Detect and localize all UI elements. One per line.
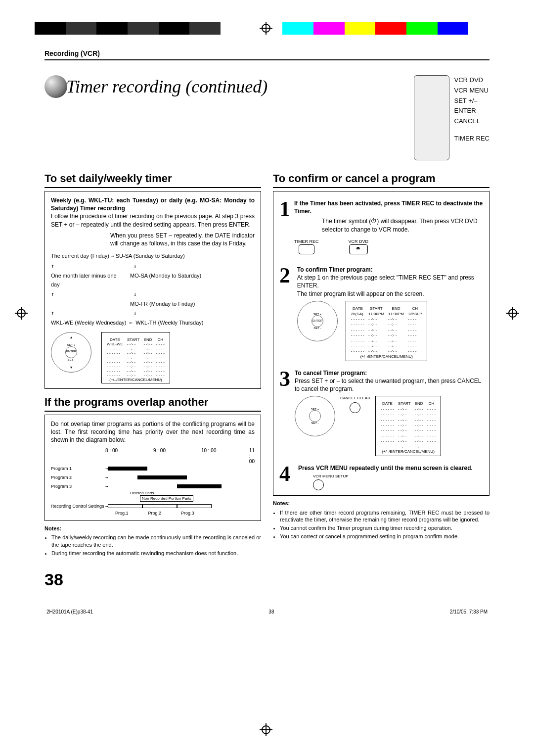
footer-left: 2H20101A (E)p38-41 <box>46 609 93 614</box>
confirm-box: 1 If the Timer has been activated, press… <box>273 191 490 496</box>
table-footer: (+/–/ENTER/CANCEL/MENU) <box>379 449 438 455</box>
print-footer: 2H20101A (E)p38-41 38 2/10/05, 7:33 PM <box>44 609 490 614</box>
dpad-icon: ▲ SET + ENTER SET - ▼ <box>51 332 91 373</box>
flow-wkl-th: WKL-TH (Weekly Thursday) <box>135 320 203 326</box>
section-heading: To set daily/weekly timer <box>44 172 261 185</box>
page-title: Timer recording (continued) <box>66 76 267 97</box>
registration-mark-right <box>506 307 519 320</box>
notes-label: Notes: <box>273 500 490 507</box>
set-timer-box: Weekly (e.g. WKL-TU: each Tuesday) or da… <box>44 191 261 389</box>
note-item: The daily/weekly recording can be made c… <box>51 534 261 548</box>
remote-label: CANCEL <box>454 116 490 127</box>
flow-su-sa: SU-SA (Sunday to Saturday) <box>116 253 185 259</box>
notes-label: Notes: <box>44 525 261 532</box>
button-icon <box>299 244 314 254</box>
intro-body: Follow the procedure of timer recording … <box>51 212 255 228</box>
step2-body: At step 1 on the previous page select "T… <box>297 274 474 289</box>
table-footer: (+/–/ENTER/CANCEL/MENU) <box>349 354 424 360</box>
step4-heading: Press VCR MENU repeatedly until the menu… <box>298 465 473 472</box>
dpad-icon: SET + ENTER SET - <box>297 301 338 341</box>
flow-mo-sa: MO-SA (Monday to Saturday) <box>130 271 201 289</box>
page-title-block: Timer recording (continued) <box>44 75 267 98</box>
step3-heading: To cancel Timer program: <box>295 370 367 377</box>
note-item: You can correct or cancel a programmed s… <box>280 533 490 540</box>
remote-label: VCR MENU <box>454 86 490 96</box>
section-rule <box>44 411 261 412</box>
note-item: During timer recording the automatic rew… <box>51 550 261 557</box>
footer-mid: 38 <box>268 609 274 614</box>
flow-current: The current day (Friday) <box>51 253 109 259</box>
program-table: DATESTARTENDCH WKL-WE- -:- -- -:- -- - -… <box>101 332 170 383</box>
overlap-box: Do not overlap timer programs as portion… <box>44 415 261 521</box>
notes-list: If there are other timer record programs… <box>273 509 490 540</box>
date-flow-diagram: The current day (Friday) → SU-SA (Sunday… <box>51 251 255 328</box>
registration-mark-left <box>15 307 28 320</box>
header-rule <box>44 59 490 60</box>
note-item: You cannot confirm the Timer program dur… <box>280 524 490 531</box>
dpad-icon: SET + SET - <box>295 396 335 436</box>
step3-body: Press SET + or – to select the unwanted … <box>295 378 481 392</box>
remote-labels: VCR DVD VCR MENU SET +/– ENTER CANCEL TI… <box>454 75 490 144</box>
button-icon <box>350 402 360 413</box>
overlap-diagram: 8 : 00 9 : 00 10 : 00 11 : 00 Program 1→… <box>51 448 255 516</box>
page-number: 38 <box>44 570 490 589</box>
step2-heading: To confirm Timer program: <box>297 266 373 273</box>
sphere-icon <box>44 75 67 98</box>
flow-mo-fr: MO-FR (Monday to Friday) <box>130 299 255 309</box>
section-rule <box>273 187 490 188</box>
button-icon: ⏏ <box>349 244 368 254</box>
footer-right: 2/10/05, 7:33 PM <box>450 609 488 614</box>
program-table: DATESTARTENDCH - - - - - -- -:- -- -:- -… <box>375 396 441 456</box>
intro-body2: When you press SET – repeatedly, the DAT… <box>110 232 255 247</box>
deleted-label: Deleted Parts <box>130 491 154 495</box>
remote-diagram <box>414 75 449 160</box>
note-item: If there are other timer record programs… <box>280 509 490 523</box>
notes-list: The daily/weekly recording can be made c… <box>44 534 261 557</box>
section-heading: If the programs overlap another <box>44 396 261 409</box>
vcr-dvd-label: VCR DVD <box>349 238 369 244</box>
program-table: DATESTARTENDCH 26(SA)11:00PM11:30PM125SL… <box>346 301 428 361</box>
remote-label: VCR DVD <box>454 75 490 86</box>
section-heading: To confirm or cancel a program <box>273 172 490 185</box>
step2-body2: The timer program list will appear on th… <box>297 290 424 297</box>
table-footer: (+/–/ENTER/CANCEL/MENU) <box>105 378 167 382</box>
nonrec-label: Non Recorded Portion Parts <box>140 495 193 502</box>
remote-label: SET +/– <box>454 96 490 106</box>
button-icon <box>313 479 324 490</box>
flow-one-month: One month later minus one day <box>51 271 120 289</box>
step1-heading: If the Timer has been activated, press T… <box>294 200 483 215</box>
vcr-menu-label: VCR MENU SETUP <box>313 474 473 479</box>
section-rule <box>44 187 261 188</box>
flow-wkl-we: WKL-WE (Weekly Wednesday) <box>51 320 126 326</box>
step-number: 3 <box>279 369 291 457</box>
timer-rec-label: TIMER REC <box>294 238 319 244</box>
overlap-body: Do not overlap timer programs as portion… <box>51 420 255 444</box>
remote-label: TIMER REC <box>454 134 490 144</box>
remote-label: ENTER <box>454 106 490 116</box>
step-number: 2 <box>279 266 293 361</box>
cancel-clear-label: CANCEL CLEAR <box>340 396 370 401</box>
timer-icon: ⏱ <box>371 218 377 225</box>
intro-bold: Weekly (e.g. WKL-TU: each Tuesday) or da… <box>51 196 255 212</box>
step-number: 1 <box>279 199 290 256</box>
step-number: 4 <box>279 464 294 490</box>
section-header: Recording (VCR) <box>44 49 490 57</box>
